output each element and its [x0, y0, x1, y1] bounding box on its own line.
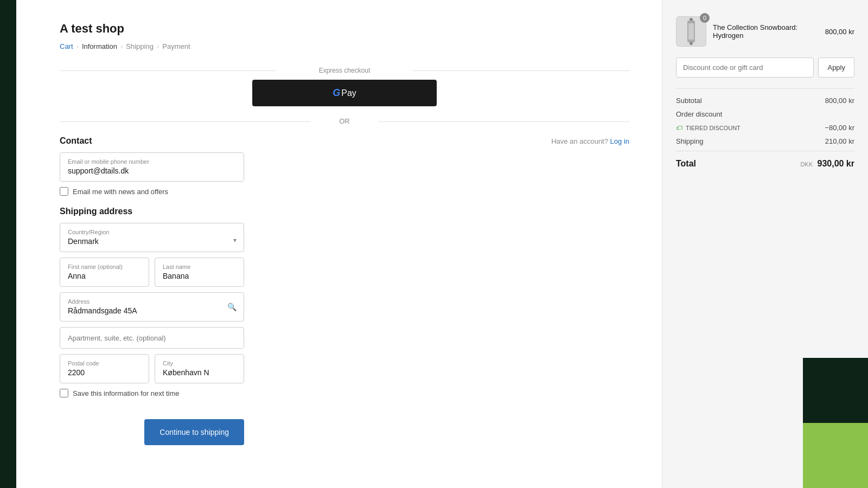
total-divider: [676, 151, 854, 151]
tiered-discount-label: TIERED DISCOUNT: [686, 125, 741, 131]
postal-field[interactable]: Postal code: [60, 354, 149, 383]
newsletter-label[interactable]: Email me with news and offers: [73, 188, 168, 196]
save-info-checkbox[interactable]: [60, 389, 68, 397]
city-field[interactable]: City: [155, 354, 244, 383]
summary-divider: [676, 88, 854, 89]
address-input[interactable]: [68, 306, 236, 315]
apply-button[interactable]: Apply: [818, 57, 854, 78]
country-field[interactable]: Country/Region Denmark: [60, 223, 244, 252]
gpay-text: Pay: [341, 88, 356, 98]
country-label: Country/Region: [68, 229, 236, 235]
continue-to-shipping-button[interactable]: Continue to shipping: [144, 419, 244, 445]
contact-title: Contact: [60, 136, 92, 146]
tag-icon: 🏷: [676, 124, 682, 132]
total-value: 930,00 kr: [817, 159, 854, 168]
product-name: The Collection Snowboard: Hydrogen: [713, 23, 819, 40]
discount-row: Order discount: [676, 110, 854, 118]
save-info-label[interactable]: Save this information for next time: [73, 389, 180, 397]
gpay-g-letter: G: [333, 87, 340, 99]
checkout-area: A test shop Cart › Information › Shippin…: [16, 0, 662, 488]
city-label: City: [163, 360, 236, 367]
discount-input[interactable]: [676, 57, 814, 78]
order-discount-label: Order discount: [676, 110, 722, 118]
shipping-row: Shipping 210,00 kr: [676, 137, 854, 145]
corner-decorations: [803, 358, 868, 488]
total-value-wrapper: DKK 930,00 kr: [800, 159, 854, 169]
country-select[interactable]: Denmark: [68, 237, 236, 246]
address-field[interactable]: Address: [60, 292, 244, 322]
shop-title: A test shop: [60, 22, 629, 36]
breadcrumb: Cart › Information › Shipping › Payment: [60, 42, 629, 50]
express-checkout-label: Express checkout: [60, 67, 629, 74]
discount-label: Order discount: [676, 110, 722, 118]
product-price: 800,00 kr: [825, 28, 854, 36]
postal-city-row: Postal code City: [60, 354, 244, 383]
email-field[interactable]: Email or mobile phone number: [60, 152, 244, 182]
gpay-logo: G Pay: [333, 87, 356, 99]
breadcrumb-payment: Payment: [162, 42, 190, 50]
breadcrumb-information: Information: [82, 42, 117, 50]
address-label: Address: [68, 298, 236, 305]
or-divider: OR: [60, 117, 629, 125]
product-image-wrapper: 0: [676, 16, 706, 47]
subtotal-label: Subtotal: [676, 97, 702, 105]
postal-input[interactable]: [68, 368, 141, 377]
address-wrapper: Address 🔍: [60, 292, 244, 322]
login-link[interactable]: Log in: [610, 137, 629, 145]
postal-label: Postal code: [68, 360, 141, 367]
tiered-discount-info: 🏷 TIERED DISCOUNT: [676, 124, 741, 132]
page-wrapper: A test shop Cart › Information › Shippin…: [0, 0, 868, 488]
breadcrumb-shipping: Shipping: [126, 42, 154, 50]
discount-input-row: Apply: [676, 57, 854, 78]
svg-rect-2: [688, 23, 694, 40]
subtotal-row: Subtotal 800,00 kr: [676, 97, 854, 105]
product-info: The Collection Snowboard: Hydrogen: [713, 23, 819, 40]
last-name-field[interactable]: Last name: [155, 258, 244, 287]
save-info-row: Save this information for next time: [60, 389, 629, 397]
total-currency: DKK: [800, 161, 813, 168]
continue-btn-wrapper: Continue to shipping: [60, 408, 244, 445]
first-name-label: First name (optional): [68, 264, 141, 270]
newsletter-checkbox[interactable]: [60, 187, 68, 196]
breadcrumb-sep-2: ›: [120, 42, 123, 50]
product-row: 0 The Collection Snowboard: Hydrogen 800…: [676, 16, 854, 47]
email-input[interactable]: [68, 166, 236, 175]
contact-section-header: Contact Have an account? Log in: [60, 136, 629, 146]
deco-dark: [803, 358, 868, 423]
subtotal-value: 800,00 kr: [825, 97, 854, 105]
last-name-label: Last name: [163, 264, 236, 270]
apartment-input[interactable]: [68, 334, 236, 342]
city-input[interactable]: [163, 368, 236, 377]
shipping-label: Shipping: [676, 137, 704, 145]
first-name-field[interactable]: First name (optional): [60, 258, 149, 287]
product-svg: [683, 18, 699, 45]
login-link-text: Have an account? Log in: [551, 137, 629, 145]
product-quantity-badge: 0: [700, 13, 710, 23]
newsletter-row: Email me with news and offers: [60, 187, 629, 196]
breadcrumb-sep-3: ›: [157, 42, 159, 50]
breadcrumb-sep-1: ›: [76, 42, 79, 50]
address-search-icon: 🔍: [227, 303, 237, 311]
name-row: First name (optional) Last name: [60, 258, 244, 287]
total-row: Total DKK 930,00 kr: [676, 159, 854, 169]
gpay-button[interactable]: G Pay: [252, 80, 437, 106]
has-account-text: Have an account?: [551, 137, 608, 145]
tiered-discount-row: 🏷 TIERED DISCOUNT −80,00 kr: [676, 124, 854, 132]
email-label: Email or mobile phone number: [68, 158, 236, 165]
discount-amount: −80,00 kr: [825, 124, 854, 132]
breadcrumb-cart[interactable]: Cart: [60, 42, 73, 50]
shipping-address-title: Shipping address: [60, 207, 629, 216]
apartment-field[interactable]: [60, 327, 244, 349]
deco-green: [803, 423, 868, 488]
total-label: Total: [676, 159, 696, 169]
shipping-value: 210,00 kr: [825, 137, 854, 145]
first-name-input[interactable]: [68, 272, 141, 280]
left-bar: [0, 0, 16, 488]
country-wrapper: Country/Region Denmark ▾: [60, 223, 244, 258]
last-name-input[interactable]: [163, 272, 236, 280]
